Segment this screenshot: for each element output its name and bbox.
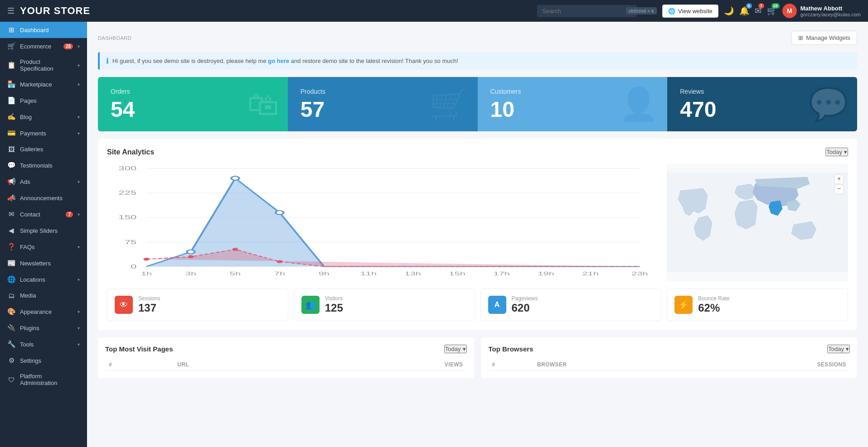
plugins-icon: 🔌 — [7, 324, 15, 332]
stat-mini-bounce-rate: ⚡ Bounce Rate 62% — [667, 288, 848, 321]
sidebar-item-ads[interactable]: 📢 Ads ▾ — [0, 173, 87, 190]
search-input[interactable] — [537, 5, 637, 17]
view-website-button[interactable]: 🌐 View website — [662, 5, 718, 18]
sidebar-item-label: Testimonials — [20, 162, 80, 169]
analytics-header: Site Analytics Today ▾ — [107, 148, 848, 156]
stat-mini-sessions: 👁 Sessions 137 — [107, 288, 288, 321]
stat-card-customers[interactable]: Customers 10 👤 — [478, 77, 668, 131]
svg-text:15h: 15h — [449, 271, 466, 277]
moon-icon-button[interactable]: 🌙 — [724, 6, 734, 16]
search-shortcut: ctrl/cmd + k — [626, 7, 657, 14]
cart-badge: 28 — [771, 3, 780, 9]
locations-icon: 🌐 — [7, 275, 15, 284]
stat-mini-cards: 👁 Sessions 137 👥 Visitors 125 A — [107, 288, 848, 321]
user-menu[interactable]: M Mathew Abbott gorczany.lacey@kulas.com — [782, 4, 861, 18]
col-hash: # — [105, 359, 174, 371]
contact-icon: ✉ — [7, 210, 15, 218]
sidebar-item-marketplace[interactable]: 🏪 Marketplace ▾ — [0, 76, 87, 92]
sidebar-item-label: Pages — [20, 97, 80, 104]
alert-message: Hi guest, if you see demo site is destro… — [112, 58, 458, 64]
sidebar-item-plugins[interactable]: 🔌 Plugins ▾ — [0, 320, 87, 336]
svg-text:5h: 5h — [230, 271, 241, 277]
stat-card-orders[interactable]: Orders 54 🛍 — [98, 77, 288, 131]
svg-text:19h: 19h — [538, 271, 554, 277]
sidebar-item-ecommerce[interactable]: 🛒 Ecommerce 28 ▾ — [0, 38, 87, 54]
sidebar-item-appearance[interactable]: 🎨 Appearance ▾ — [0, 303, 87, 320]
customers-bg-icon: 👤 — [619, 86, 658, 123]
chevron-down-icon: ▾ — [78, 115, 80, 120]
sessions-icon: 👁 — [115, 296, 133, 314]
sidebar-item-settings[interactable]: ⚙ Settings — [0, 352, 87, 369]
menu-icon[interactable]: ☰ — [7, 6, 15, 16]
sidebar-item-blog[interactable]: ✍ Blog ▾ — [0, 109, 87, 125]
sidebar-item-platform-administration[interactable]: 🛡 Platform Administration — [0, 369, 87, 390]
alert-link[interactable]: go here — [268, 58, 289, 64]
svg-text:300: 300 — [118, 165, 136, 171]
top-browsers-card: Top Browsers Today ▾ # BROWSER SESSIONS — [481, 337, 858, 378]
settings-icon: ⚙ — [7, 356, 15, 365]
manage-widgets-button[interactable]: ⊞ Manage Widgets — [791, 31, 857, 45]
map-svg: + − — [667, 163, 848, 281]
pages-icon: 📄 — [7, 96, 15, 105]
messages-button[interactable]: ✉ 7 — [755, 6, 761, 16]
sidebar-item-label: Ecommerce — [20, 43, 59, 50]
sidebar-item-pages[interactable]: 📄 Pages — [0, 92, 87, 109]
notifications-button[interactable]: 🔔 6 — [739, 6, 749, 16]
manage-widgets-label: Manage Widgets — [806, 34, 850, 41]
sessions-value: 137 — [138, 302, 160, 314]
sidebar-item-label: Product Specification — [20, 58, 73, 72]
analytics-chart: 300 225 150 75 0 — [107, 163, 659, 281]
svg-point-18 — [276, 260, 282, 263]
sidebar-item-tools[interactable]: 🔧 Tools ▾ — [0, 336, 87, 352]
notifications-badge: 6 — [746, 3, 752, 9]
visitors-info: Visitors 125 — [325, 295, 343, 314]
svg-text:−: − — [837, 185, 841, 192]
payments-icon: 💳 — [7, 129, 15, 137]
sidebar-item-galleries[interactable]: 🖼 Galleries — [0, 141, 87, 157]
sidebar-item-product-specification[interactable]: 📋 Product Specification ▾ — [0, 54, 87, 76]
bounce-label: Bounce Rate — [698, 295, 729, 302]
stat-mini-visitors: 👥 Visitors 125 — [294, 288, 475, 321]
top-pages-filter-button[interactable]: Today ▾ — [444, 345, 467, 353]
stat-card-products[interactable]: Products 57 🛒 — [288, 77, 478, 131]
bounce-value: 62% — [698, 302, 729, 314]
alert-banner: ℹ Hi guest, if you see demo site is dest… — [98, 52, 857, 70]
faqs-icon: ❓ — [7, 243, 15, 251]
sidebar-item-dashboard[interactable]: ⊞ Dashboard — [0, 22, 87, 38]
analytics-filter-button[interactable]: Today ▾ — [825, 148, 848, 156]
topbar: ☰ YOUR STORE ctrl/cmd + k 🌐 View website… — [0, 0, 868, 22]
top-pages-table: # URL VIEWS — [105, 359, 467, 371]
sidebar-item-payments[interactable]: 💳 Payments ▾ — [0, 125, 87, 141]
sidebar-item-label: Locations — [20, 276, 73, 283]
sidebar-item-label: Media — [20, 292, 80, 299]
sidebar-item-label: Dashboard — [20, 27, 80, 34]
page-header: DASHBOARD ⊞ Manage Widgets — [98, 31, 857, 45]
orders-bg-icon: 🛍 — [247, 86, 279, 122]
top-browsers-filter-button[interactable]: Today ▾ — [827, 345, 850, 353]
sidebar-item-contact[interactable]: ✉ Contact 7 ▾ — [0, 206, 87, 222]
sidebar-item-faqs[interactable]: ❓ FAQs ▾ — [0, 239, 87, 255]
sidebar-item-newsletters[interactable]: 📰 Newsletters — [0, 255, 87, 271]
chart-map-container: 300 225 150 75 0 — [107, 163, 848, 281]
svg-text:13h: 13h — [405, 271, 421, 277]
sliders-icon: ◀ — [7, 226, 15, 235]
sidebar-item-label: Platform Administration — [20, 373, 80, 386]
contact-badge: 7 — [66, 211, 73, 217]
svg-text:75: 75 — [125, 239, 137, 245]
sidebar-item-testimonials[interactable]: 💬 Testimonials — [0, 157, 87, 173]
ads-icon: 📢 — [7, 178, 15, 186]
cart-button[interactable]: 🛒 28 — [767, 6, 777, 16]
sidebar-item-locations[interactable]: 🌐 Locations ▾ — [0, 271, 87, 288]
top-pages-title: Top Most Visit Pages — [105, 345, 173, 353]
reviews-bg-icon: 💬 — [809, 86, 848, 123]
svg-point-17 — [232, 248, 238, 251]
sidebar-item-simple-sliders[interactable]: ◀ Simple Sliders — [0, 222, 87, 239]
top-browsers-table: # BROWSER SESSIONS — [489, 359, 850, 371]
sidebar-item-announcements[interactable]: 📣 Announcements — [0, 190, 87, 206]
stat-mini-pageviews: A Pageviews 620 — [480, 288, 662, 321]
svg-text:150: 150 — [118, 215, 136, 221]
sidebar-item-media[interactable]: 🗂 Media — [0, 288, 87, 303]
sidebar-item-label: Marketplace — [20, 81, 73, 88]
stat-card-reviews[interactable]: Reviews 470 💬 — [667, 77, 857, 131]
product-spec-icon: 📋 — [7, 61, 15, 69]
